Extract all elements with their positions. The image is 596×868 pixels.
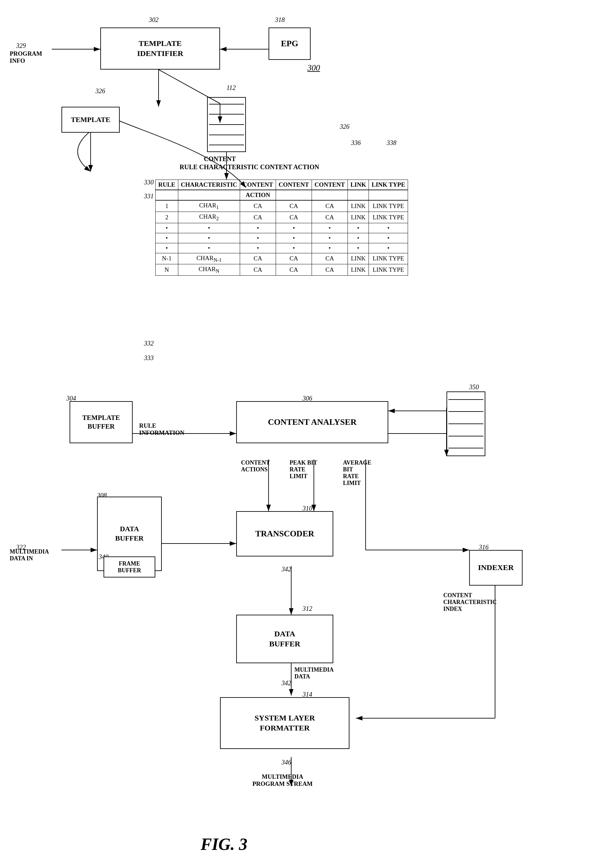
content-analyser-box: CONTENT ANALYSER [236, 401, 388, 443]
peak-bit-rate-label: PEAK BITRATELIMIT [289, 459, 317, 480]
fig-label: FIG. 3 [201, 835, 247, 854]
ref-302: 302 [149, 16, 159, 24]
system-layer-formatter-box: SYSTEM LAYERFORMATTER [220, 697, 350, 749]
diagram: 329 PROGRAMINFO 302 TEMPLATE IDENTIFIER … [0, 0, 596, 868]
td-dot3: • [240, 223, 276, 233]
td-linktype-1: LINK TYPE [369, 200, 408, 211]
th-linktype2 [369, 190, 408, 200]
td-dot6b: • [348, 233, 369, 243]
td-ca3-nm1: CA [311, 253, 348, 264]
th-linktype: LINK TYPE [369, 180, 408, 190]
td-rule-nm1: N-1 [156, 253, 178, 264]
td-dot1c: • [156, 243, 178, 253]
content-actions-label: CONTENTACTIONS [241, 459, 270, 473]
td-ca2-2: CA [276, 211, 311, 223]
ref-326b: 326 [340, 123, 350, 130]
template-identifier-label: TEMPLATE IDENTIFIER [137, 38, 183, 59]
ref-112: 112 [227, 84, 236, 92]
epg-box: EPG [268, 28, 311, 60]
ref-342a: 342 [282, 565, 291, 573]
multimedia-data-label: MULTIMEDIADATA [294, 666, 333, 680]
ref-300: 300 [307, 63, 320, 73]
td-ca1-1: CA [240, 200, 276, 211]
table-row-dots-3: • • • • • • • [156, 243, 408, 253]
td-rule-1: 1 [156, 200, 178, 211]
td-ca2-1: CA [276, 200, 311, 211]
td-dot4c: • [276, 243, 311, 253]
td-dot7: • [369, 223, 408, 233]
table-row-n: N CHARN CA CA CA LINK LINK TYPE [156, 264, 408, 276]
ref-330: 330 [144, 179, 154, 186]
indexer-box: INDEXER [469, 550, 522, 586]
multimedia-program-stream-label: MULTIMEDIAPROGRAM STREAM [252, 773, 313, 787]
td-dot4b: • [276, 233, 311, 243]
ref-336: 336 [351, 139, 361, 146]
stacked-lines-112 [207, 97, 246, 152]
th-rule2 [156, 190, 178, 200]
template-box: TEMPLATE [62, 107, 120, 133]
program-info-label: PROGRAMINFO [10, 50, 42, 64]
avg-bit-rate-label: AVERAGEBITRATELIMIT [343, 459, 372, 487]
td-char-nm1: CHARN-1 [178, 253, 240, 264]
th-content5 [311, 190, 348, 200]
td-ca3-n: CA [311, 264, 348, 276]
ref-342b: 342 [282, 679, 291, 687]
td-dot4: • [276, 223, 311, 233]
ref-350: 350 [469, 383, 479, 391]
td-ca2-n: CA [276, 264, 311, 276]
table-row-2: 2 CHAR2 CA CA CA LINK LINK TYPE [156, 211, 408, 223]
td-ca2-nm1: CA [276, 253, 311, 264]
td-dot7b: • [369, 233, 408, 243]
stacked-lines-350 [447, 391, 485, 456]
table-rule-label: RULE CHARACTERISTIC CONTENT ACTION [180, 163, 319, 171]
td-dot6: • [348, 223, 369, 233]
td-dot6c: • [348, 243, 369, 253]
th-content1: CONTENT [240, 180, 276, 190]
td-link-2: LINK [348, 211, 369, 223]
ref-333: 333 [144, 354, 154, 362]
template-identifier-box: TEMPLATE IDENTIFIER [100, 28, 220, 69]
td-linktype-nm1: LINK TYPE [369, 253, 408, 264]
td-ca3-1: CA [311, 200, 348, 211]
td-dot1b: • [156, 233, 178, 243]
td-dot1: • [156, 223, 178, 233]
td-dot5b: • [311, 233, 348, 243]
th-action: ACTION [240, 190, 276, 200]
ref-331: 331 [144, 192, 154, 200]
ref-338: 338 [387, 139, 396, 146]
td-dot3c: • [240, 243, 276, 253]
td-rule-n: N [156, 264, 178, 276]
ref-329: 329 [16, 42, 26, 50]
th-characteristic: CHARACTERISTIC [178, 180, 240, 190]
template-label: TEMPLATE [71, 115, 110, 124]
td-dot5: • [311, 223, 348, 233]
td-linktype-2: LINK TYPE [369, 211, 408, 223]
th-content4 [276, 190, 311, 200]
th-link2 [348, 190, 369, 200]
td-rule-2: 2 [156, 211, 178, 223]
frame-buffer-box: FRAMEBUFFER [103, 557, 155, 577]
td-dot2b: • [178, 233, 240, 243]
td-char-n: CHARN [178, 264, 240, 276]
ref-326a: 326 [96, 87, 105, 95]
th-characteristic2 [178, 190, 240, 200]
rule-information-label: RULEINFORMATION [139, 422, 184, 436]
td-linktype-n: LINK TYPE [369, 264, 408, 276]
content-char-index-label: CONTENTCHARACTERISTICINDEX [443, 592, 497, 613]
td-dot2c: • [178, 243, 240, 253]
ref-318: 318 [275, 16, 285, 24]
table-row-dots-1: • • • • • • • [156, 223, 408, 233]
td-link-n: LINK [348, 264, 369, 276]
table-row-nm1: N-1 CHARN-1 CA CA CA LINK LINK TYPE [156, 253, 408, 264]
table-row-1: 1 CHAR1 CA CA CA LINK LINK TYPE [156, 200, 408, 211]
td-dot3b: • [240, 233, 276, 243]
td-ca1-2: CA [240, 211, 276, 223]
td-dot7c: • [369, 243, 408, 253]
data-buffer-out-box: DATABUFFER [236, 615, 333, 663]
td-ca3-2: CA [311, 211, 348, 223]
template-table: RULE CHARACTERISTIC CONTENT CONTENT CONT… [155, 180, 408, 276]
td-ca1-n: CA [240, 264, 276, 276]
th-content3: CONTENT [311, 180, 348, 190]
multimedia-data-in-label: MULTIMEDIADATA IN [10, 548, 49, 562]
td-link-nm1: LINK [348, 253, 369, 264]
